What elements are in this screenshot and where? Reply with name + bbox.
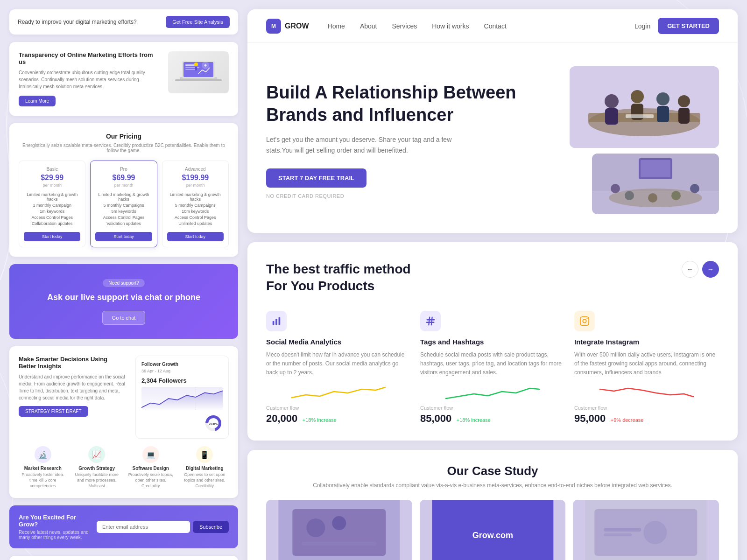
feature-adv-1: Limited marketing & growth hacks bbox=[167, 192, 224, 202]
nav-link-how-it-works[interactable]: How it works bbox=[432, 22, 469, 30]
svg-rect-50 bbox=[302, 542, 376, 546]
next-arrow[interactable]: → bbox=[702, 261, 719, 278]
hero-content: Build A Relationship Between Brands and … bbox=[266, 82, 551, 199]
cta-banner-button[interactable]: Get Free Site Analysis bbox=[166, 16, 230, 28]
pricing-card: Our Pricing Energistically seize scalabl… bbox=[9, 123, 238, 257]
plan-price-adv: $199.99 bbox=[167, 174, 224, 182]
hero-img-top bbox=[570, 66, 719, 148]
hashtags-flow-value: 85,000 +18% increase bbox=[420, 413, 565, 425]
plan-price-basic: $29.99 bbox=[24, 174, 80, 182]
feature-adv-2: 5 monthly Campaigns bbox=[167, 203, 224, 208]
nav-link-services[interactable]: Services bbox=[392, 22, 417, 30]
svg-rect-36 bbox=[273, 321, 275, 325]
instagram-flow-value: 95,000 +9% decrease bbox=[574, 413, 719, 425]
traffic-card-hashtags: Tags and Hashtags Schedule social media … bbox=[420, 309, 565, 427]
service-desc-1: Uniquely facilitate more and more proces… bbox=[73, 472, 121, 489]
service-name-1: Growth Strategy bbox=[73, 466, 121, 471]
hero-no-cc: NO CREDIT CARD REQUIRED bbox=[266, 193, 551, 199]
svg-rect-51 bbox=[432, 500, 553, 560]
analytics-flow-label: Customer flow bbox=[266, 405, 411, 411]
instagram-icon bbox=[574, 311, 595, 331]
svg-rect-1 bbox=[175, 79, 222, 81]
svg-line-40 bbox=[431, 317, 432, 325]
analytics-flow-value: 20,000 +18% increase bbox=[266, 413, 411, 425]
plan-name-adv: Advanced bbox=[167, 167, 224, 172]
feature-adv-5: Unlimited updates bbox=[167, 221, 224, 226]
svg-rect-55 bbox=[604, 528, 641, 532]
plan-btn-basic[interactable]: Start today bbox=[24, 232, 80, 241]
nav-link-about[interactable]: About bbox=[360, 22, 377, 30]
hashtags-title: Tags and Hashtags bbox=[420, 338, 565, 346]
nav-link-home[interactable]: Home bbox=[328, 22, 345, 30]
traffic-card-instagram: Integrate Instagram With over 500 millio… bbox=[574, 309, 719, 427]
svg-rect-56 bbox=[604, 533, 632, 536]
service-digital-marketing: 📱 Digital Marketing Openness to set upon… bbox=[181, 446, 229, 489]
newsletter-email-input[interactable] bbox=[97, 521, 190, 533]
svg-rect-17 bbox=[605, 108, 618, 125]
chart-widget: Follower Growth 36 Apr - 12 Aug 2,304 Fo… bbox=[135, 356, 229, 439]
plan-price-pro: $69.99 bbox=[95, 174, 152, 182]
svg-rect-38 bbox=[279, 317, 281, 325]
service-name-2: Software Design bbox=[127, 466, 175, 471]
case-card-2-label: Grow.com bbox=[472, 531, 513, 540]
analytics-sparkline bbox=[266, 385, 411, 401]
case-card-2: Grow.com bbox=[420, 500, 566, 560]
hero-section: Build A Relationship Between Brands and … bbox=[247, 43, 738, 233]
plan-btn-adv[interactable]: Start today bbox=[167, 232, 224, 241]
support-badge: Need support? bbox=[103, 279, 145, 287]
svg-point-7 bbox=[194, 63, 198, 66]
svg-rect-29 bbox=[641, 160, 670, 177]
plan-btn-pro[interactable]: Start today bbox=[95, 232, 152, 241]
hero-img-bottom bbox=[592, 154, 719, 214]
feature-pro-1: Limited marketing & growth hacks bbox=[95, 192, 152, 202]
traffic-cards: Social Media Analytics Meco doesn't limi… bbox=[266, 309, 719, 427]
feature-basic-3: 1m keywords bbox=[24, 209, 80, 214]
service-desc-2: Proactively seize topics, open other sit… bbox=[127, 472, 175, 489]
feature-pro-5: Validation updates bbox=[95, 221, 152, 226]
plan-period-pro: per month bbox=[95, 183, 152, 188]
pricing-title: Our Pricing bbox=[19, 133, 229, 140]
insights-title: Make Smarter Decisions Using Better Insi… bbox=[19, 356, 126, 370]
digital-marketing-icon: 📱 bbox=[196, 446, 213, 463]
service-market-research: 🔬 Market Research Proactively foster ide… bbox=[19, 446, 67, 489]
newsletter-subscribe-button[interactable]: Subscribe bbox=[193, 521, 229, 533]
hero-card-image bbox=[168, 51, 229, 93]
support-button[interactable]: Go to chat bbox=[102, 311, 146, 325]
svg-point-48 bbox=[306, 518, 325, 537]
svg-point-20 bbox=[656, 92, 669, 105]
prev-arrow[interactable]: ← bbox=[682, 261, 698, 278]
footer-card: M GROW Grow your business statistics f t… bbox=[9, 556, 238, 560]
nav-logo-icon: M bbox=[266, 19, 281, 34]
traffic-title-text: The best traffic methodFor You Products bbox=[266, 262, 411, 293]
insights-button[interactable]: STRATEGY FIRST DRAFT bbox=[19, 406, 88, 417]
svg-point-44 bbox=[583, 319, 586, 322]
svg-line-39 bbox=[429, 317, 430, 325]
newsletter-input-row: Subscribe bbox=[97, 521, 229, 533]
left-panel: Ready to improve your digital marketing … bbox=[9, 9, 238, 560]
insights-desc: Understand and improve performance on th… bbox=[19, 373, 126, 401]
cta-banner-text: Ready to improve your digital marketing … bbox=[18, 19, 137, 25]
hashtags-value: 85,000 bbox=[420, 413, 451, 424]
traffic-card-analytics: Social Media Analytics Meco doesn't limi… bbox=[266, 309, 411, 427]
svg-point-16 bbox=[605, 94, 619, 108]
pricing-desc: Energistically seize scalable meta-servi… bbox=[19, 143, 229, 153]
insights-card: Make Smarter Decisions Using Better Insi… bbox=[9, 346, 238, 498]
svg-point-22 bbox=[678, 95, 690, 107]
chart-title: Follower Growth bbox=[141, 362, 223, 367]
traffic-section-card: The best traffic methodFor You Products … bbox=[247, 242, 738, 441]
feature-adv-3: 10m keywords bbox=[167, 209, 224, 214]
svg-point-18 bbox=[631, 90, 644, 103]
svg-point-30 bbox=[611, 184, 620, 193]
nav-link-contact[interactable]: Contact bbox=[484, 22, 507, 30]
donut-pct: 70.8% bbox=[209, 422, 218, 426]
hero-cta-button[interactable]: START 7 DAY FREE TRAIL bbox=[266, 168, 366, 188]
svg-rect-37 bbox=[275, 319, 277, 325]
instagram-desc: With over 500 million daily active users… bbox=[574, 350, 719, 378]
follower-count: 2,304 Followers bbox=[141, 377, 223, 384]
svg-rect-5 bbox=[185, 67, 199, 68]
hashtags-desc: Schedule social media posts with sale pr… bbox=[420, 350, 565, 378]
main-card: M GROW Home About Services How it works … bbox=[247, 9, 738, 233]
hero-card-button[interactable]: Learn More bbox=[19, 96, 56, 106]
nav-cta-button[interactable]: GET STARTED bbox=[658, 18, 719, 34]
nav-login[interactable]: Login bbox=[634, 22, 650, 30]
